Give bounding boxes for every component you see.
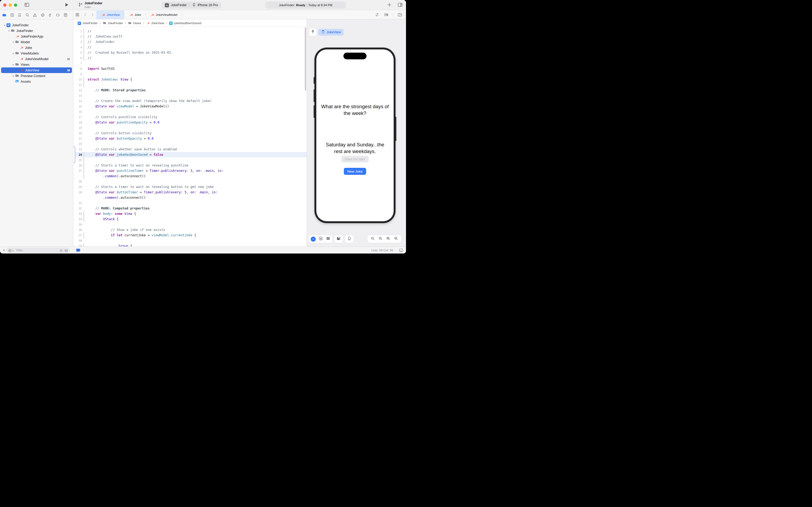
code-line-31[interactable]: 31 — [73, 200, 307, 206]
code-line-12[interactable]: 12 // MARK: Stored properties — [73, 88, 307, 93]
editor-options-icon[interactable] — [384, 12, 389, 17]
tree-item-jokefinderapp[interactable]: JokeFinderApp — [1, 34, 72, 39]
back-icon[interactable] — [81, 13, 89, 17]
tree-item-model[interactable]: Model — [1, 39, 72, 45]
editor-pane-icon[interactable] — [399, 248, 403, 253]
source-control-icon[interactable] — [10, 13, 14, 17]
code-line-37[interactable]: 37 if let currentJoke = viewModel.curren… — [73, 233, 307, 238]
code-line-21[interactable]: 21 @State var buttonOpacity = 0.0 — [73, 136, 307, 141]
navigator-filter-field[interactable]: Filter — [6, 248, 70, 253]
code-line-17[interactable]: 17 // Controls punchline visibility — [73, 114, 307, 120]
code-line-wrap[interactable]: .common).autoconnect() — [73, 173, 307, 179]
code-line-33[interactable]: 33 var body: some View { — [73, 211, 307, 216]
disclosure-down-icon[interactable] — [7, 30, 10, 32]
filter-menu-icon[interactable] — [8, 249, 15, 252]
disclosure-down-icon[interactable] — [11, 52, 15, 55]
code-line-34[interactable]: 34 VStack { — [73, 216, 307, 222]
tree-item-joke[interactable]: Joke — [1, 45, 72, 51]
reports-icon[interactable] — [63, 13, 68, 17]
pin-preview-button[interactable] — [309, 29, 316, 36]
run-button[interactable] — [64, 2, 70, 8]
tab-joke[interactable]: Joke — [124, 10, 145, 19]
code-line-1[interactable]: 1// — [73, 29, 307, 34]
zoom-out-icon[interactable] — [370, 236, 375, 242]
tree-item-viewmodels[interactable]: ViewModels — [1, 51, 72, 56]
code-line-9[interactable]: 9 — [73, 71, 307, 77]
live-preview-icon[interactable] — [311, 237, 316, 242]
code-line-24[interactable]: 24 @State var jokeHasBeenSaved = false — [73, 152, 307, 157]
tab-jokeviewmodel[interactable]: JokeViewModel — [146, 10, 181, 19]
scheme-selector[interactable]: A JokeFinder ⟩ iPhone 16 Pro — [162, 2, 221, 9]
code-line-36[interactable]: 36 // Show a joke if one exists — [73, 227, 307, 233]
code-line-5[interactable]: 5// Created by Russell Gordon on 2025-03… — [73, 50, 307, 55]
add-editor-icon[interactable] — [397, 12, 402, 17]
zoom-in-icon[interactable] — [394, 236, 398, 242]
project-navigator-icon[interactable] — [2, 13, 6, 17]
sidebar-toggle-icon[interactable] — [24, 2, 30, 8]
code-review-icon[interactable] — [374, 12, 380, 17]
tests-icon[interactable] — [41, 13, 45, 17]
code-line-28[interactable]: 28 — [73, 179, 307, 184]
device-bezel-icon[interactable] — [347, 236, 351, 242]
breadcrumb-item-jokehasbeensaved[interactable]: PjokeHasBeenSaved — [169, 21, 201, 25]
debug-icon[interactable] — [48, 13, 52, 17]
code-line-39[interactable]: 39 Group { — [73, 243, 307, 246]
breadcrumb-item-jokefinder[interactable]: AJokeFinder — [77, 21, 98, 25]
disclosure-down-icon[interactable] — [11, 41, 15, 44]
forward-icon[interactable] — [89, 13, 97, 17]
tree-item-jokefinder[interactable]: JokeFinder — [1, 28, 72, 34]
tab-jokeview[interactable]: JokeView — [97, 10, 124, 19]
breadcrumb-item-views[interactable]: Views — [128, 21, 141, 25]
code-line-wrap[interactable]: .common).autoconnect() — [73, 195, 307, 200]
code-line-38[interactable]: 38 — [73, 238, 307, 243]
disclosure-down-icon[interactable] — [11, 63, 15, 66]
code-line-30[interactable]: 30 @State var buttonTimer = Timer.publis… — [73, 189, 307, 195]
variants-icon[interactable] — [326, 236, 330, 242]
code-line-4[interactable]: 4// — [73, 45, 307, 50]
add-tab-icon[interactable] — [387, 2, 392, 7]
save-for-later-button[interactable]: Save for later — [341, 156, 368, 163]
editor-scrollbar[interactable] — [305, 27, 306, 91]
tree-item-views[interactable]: Views — [1, 62, 72, 67]
preview-target-chip[interactable]: JokeView — [318, 29, 344, 36]
tree-item-assets[interactable]: Assets — [1, 79, 72, 84]
issues-icon[interactable] — [33, 13, 37, 17]
breakpoint-indicator[interactable] — [76, 249, 80, 251]
code-line-3[interactable]: 3// JokeFinder — [73, 39, 307, 45]
history-icon[interactable] — [59, 249, 63, 252]
code-line-13[interactable]: 13 — [73, 93, 307, 98]
code-line-20[interactable]: 20 // Controls button visibility — [73, 130, 307, 136]
code-line-27[interactable]: 27 @State var punchlineTimer = Timer.pub… — [73, 168, 307, 173]
source-control-summary[interactable]: JokeFinder main — [78, 1, 103, 9]
code-line-11[interactable]: 11 — [73, 82, 307, 88]
tree-item-jokeviewmodel[interactable]: JokeViewModelM — [1, 56, 72, 62]
code-line-25[interactable]: 25 — [73, 157, 307, 163]
breadcrumb-item-jokefinder[interactable]: JokeFinder — [103, 21, 123, 25]
code-line-22[interactable]: 22 — [73, 141, 307, 147]
zoom-fit-icon[interactable] — [386, 236, 391, 242]
code-line-23[interactable]: 23 // Controls whether save button is en… — [73, 147, 307, 152]
code-area[interactable]: 1//2// JokeView.swift3// JokeFinder4//5/… — [73, 27, 307, 246]
code-line-18[interactable]: 18 @State var punchlineOpacity = 0.0 — [73, 120, 307, 125]
minimize-window-button[interactable] — [9, 3, 12, 7]
close-window-button[interactable] — [3, 3, 6, 7]
breadcrumb-item-jokeview[interactable]: JokeView — [146, 21, 164, 25]
code-line-14[interactable]: 14 // Create the view model (temporarily… — [73, 98, 307, 104]
scope-icon[interactable] — [64, 249, 68, 252]
code-line-32[interactable]: 32 // MARK: Computed properties — [73, 206, 307, 211]
code-line-19[interactable]: 19 — [73, 125, 307, 130]
code-line-26[interactable]: 26 // Starts a timer to wait on revealin… — [73, 163, 307, 168]
zoom-actual-icon[interactable] — [379, 236, 383, 242]
code-line-8[interactable]: 8import SwiftUI — [73, 66, 307, 71]
code-line-29[interactable]: 29 // Starts a timer to wait on revealin… — [73, 184, 307, 189]
disclosure-right-icon[interactable] — [11, 75, 15, 77]
activity-status[interactable]: JokeFinder: Ready | Today at 8:34 PM — [265, 2, 346, 9]
code-line-10[interactable]: 10struct JokeView: View { — [73, 77, 307, 82]
code-line-15[interactable]: 15 @State var viewModel = JokeViewModel(… — [73, 104, 307, 109]
source-editor[interactable]: 1//2// JokeView.swift3// JokeFinder4//5/… — [73, 27, 307, 246]
find-icon[interactable] — [25, 13, 30, 17]
inspector-toggle-icon[interactable] — [397, 2, 403, 7]
tree-item-jokefinder[interactable]: AJokeFinder — [1, 22, 72, 28]
disclosure-down-icon[interactable] — [3, 24, 6, 26]
related-items-icon[interactable] — [73, 13, 81, 17]
